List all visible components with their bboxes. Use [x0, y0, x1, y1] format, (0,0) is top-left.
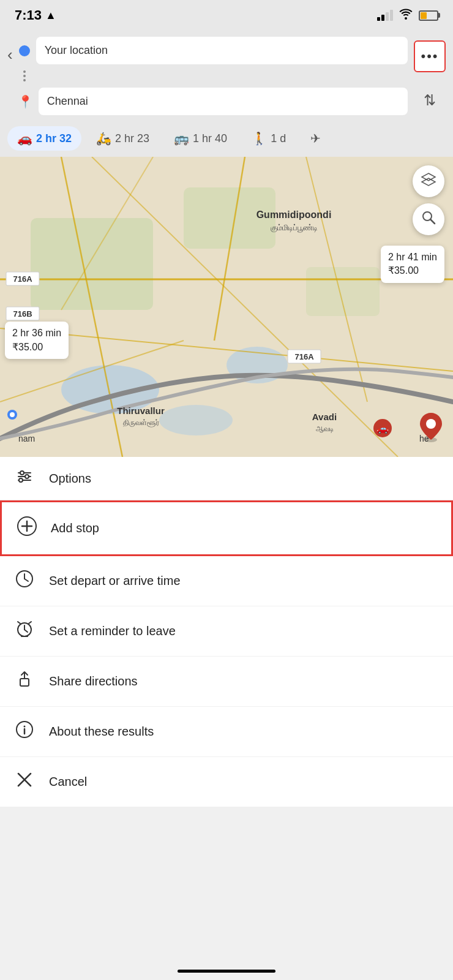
bubble-cost-1: ₹35.00: [388, 264, 437, 277]
transit-icon: 🚌: [174, 131, 189, 146]
svg-text:🚗: 🚗: [376, 423, 389, 434]
more-dots-icon: •••: [421, 48, 438, 64]
options-icon: [15, 468, 34, 489]
route-connector: [23, 69, 26, 83]
options-label: Options: [49, 472, 91, 486]
depart-time-menu-item[interactable]: Set depart or arrive time: [0, 556, 453, 606]
bubble-cost-2: ₹35.00: [12, 341, 61, 354]
nav-action-buttons: ••• ⇅: [414, 37, 446, 115]
svg-marker-29: [422, 173, 435, 181]
time-display: 7:13: [15, 7, 42, 23]
svg-text:Thiruvallur: Thiruvallur: [117, 405, 165, 416]
map-svg: 716A 716B 716A Gummidipoondi கும்மிடிப்ப…: [0, 157, 453, 457]
search-fields: Your location 📍 Chennai: [19, 37, 408, 115]
swap-directions-button[interactable]: ⇅: [421, 89, 438, 111]
share-menu-item[interactable]: Share directions: [0, 657, 453, 707]
origin-dot: [6, 409, 18, 423]
search-map-button[interactable]: [413, 203, 444, 235]
cancel-menu-item[interactable]: Cancel: [0, 757, 453, 807]
svg-rect-4: [31, 218, 153, 310]
wifi-icon: [399, 9, 413, 23]
reminder-label: Set a reminder to leave: [49, 624, 176, 638]
car-time: 2 hr 32: [36, 132, 72, 145]
svg-point-34: [426, 419, 436, 429]
bubble-time-2: 2 hr 36 min: [12, 326, 61, 340]
origin-input[interactable]: Your location: [36, 37, 408, 64]
nav-arrow-icon: ▲: [45, 9, 56, 22]
svg-text:716A: 716A: [294, 352, 314, 361]
destination-pin: [419, 412, 443, 445]
transport-tab-flight[interactable]: ✈: [301, 126, 331, 151]
svg-rect-6: [306, 267, 380, 316]
svg-point-42: [20, 471, 24, 475]
svg-point-36: [10, 412, 15, 417]
layers-button[interactable]: [413, 165, 444, 197]
more-options-button[interactable]: •••: [414, 40, 446, 72]
status-bar: 7:13 ▲: [0, 0, 453, 31]
transport-tab-walk[interactable]: 🚶 1 d: [242, 126, 296, 151]
svg-text:nam: nam: [18, 434, 35, 443]
depart-time-label: Set depart or arrive time: [49, 574, 181, 588]
share-label: Share directions: [49, 674, 138, 688]
about-label: About these results: [49, 725, 154, 739]
svg-line-53: [24, 630, 28, 632]
add-stop-label: Add stop: [51, 521, 99, 535]
transport-tab-car[interactable]: 🚗 2 hr 32: [7, 126, 81, 151]
back-button[interactable]: ‹: [7, 37, 13, 115]
moto-time: 2 hr 23: [115, 132, 149, 145]
svg-line-32: [430, 219, 435, 224]
info-icon: [15, 720, 34, 743]
battery-icon: [419, 10, 438, 21]
cancel-label: Cancel: [49, 775, 87, 789]
home-indicator: [178, 970, 275, 973]
svg-line-55: [29, 622, 31, 624]
walk-time: 1 d: [271, 132, 286, 145]
menu-panel: Options Add stop Set depart or arrive ti…: [0, 457, 453, 807]
origin-icon: [19, 45, 30, 56]
reminder-menu-item[interactable]: Set a reminder to leave: [0, 606, 453, 657]
walk-icon: 🚶: [252, 131, 267, 146]
svg-text:கும்மிடிப்பூண்டி: கும்மிடிப்பூண்டி: [271, 223, 318, 233]
share-icon: [15, 670, 34, 693]
transport-tab-moto[interactable]: 🛵 2 hr 23: [86, 126, 159, 151]
svg-text:திருவள்ளூர்: திருவள்ளூர்: [123, 418, 159, 428]
map-area[interactable]: 716A 716B 716A Gummidipoondi கும்மிடிப்ப…: [0, 157, 453, 457]
nav-header: ‹ Your location 📍 Chennai ••• ⇅: [0, 31, 453, 123]
svg-point-43: [25, 475, 29, 478]
svg-text:Gummidipoondi: Gummidipoondi: [256, 209, 332, 220]
svg-line-50: [24, 579, 28, 581]
add-stop-menu-item[interactable]: Add stop: [0, 500, 453, 556]
status-time-area: 7:13 ▲: [15, 7, 56, 23]
moto-icon: 🛵: [96, 131, 111, 146]
signal-icon: [377, 10, 393, 21]
origin-row: Your location: [19, 37, 408, 64]
traffic-icon-1: 🚗: [373, 419, 392, 440]
about-menu-item[interactable]: About these results: [0, 707, 453, 757]
transit-time: 1 hr 40: [193, 132, 227, 145]
search-map-icon: [421, 210, 436, 228]
destination-input[interactable]: Chennai: [39, 88, 408, 115]
transport-bar: 🚗 2 hr 32 🛵 2 hr 23 🚌 1 hr 40 🚶 1 d ✈: [0, 123, 453, 157]
route-bubble-bottom-left: 2 hr 36 min ₹35.00: [5, 322, 69, 359]
status-right-icons: [377, 9, 438, 23]
bubble-time-1: 2 hr 41 min: [388, 251, 437, 264]
destination-icon: 📍: [19, 95, 32, 108]
alarm-icon: [15, 620, 34, 643]
svg-marker-30: [422, 178, 435, 186]
options-menu-item[interactable]: Options: [0, 457, 453, 500]
transport-tab-transit[interactable]: 🚌 1 hr 40: [164, 126, 237, 151]
svg-text:Avadi: Avadi: [312, 412, 337, 422]
swap-icon: ⇅: [424, 92, 436, 109]
svg-text:716A: 716A: [13, 274, 32, 284]
add-stop-icon: [17, 516, 36, 541]
route-bubble-top-right: 2 hr 41 min ₹35.00: [381, 246, 444, 283]
destination-row: 📍 Chennai: [19, 88, 408, 115]
back-arrow-icon: ‹: [7, 45, 13, 64]
flight-icon: ✈: [310, 131, 321, 146]
svg-point-44: [19, 478, 23, 482]
svg-point-3: [159, 405, 233, 435]
clock-icon: [15, 570, 34, 592]
layers-icon: [421, 172, 436, 191]
svg-text:716B: 716B: [13, 309, 32, 318]
svg-text:ஆவடி: ஆவடி: [316, 424, 334, 433]
